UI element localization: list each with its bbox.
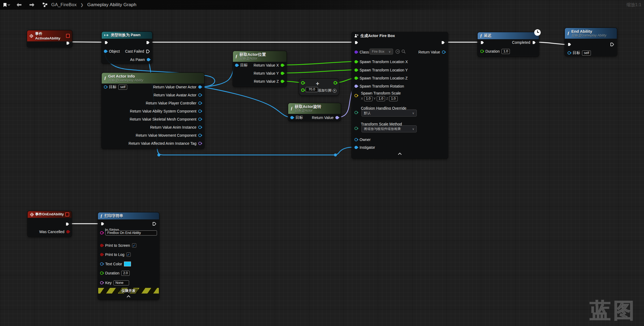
duration-field[interactable]: 1.0	[502, 49, 510, 54]
graph-icon	[42, 2, 47, 7]
output-avatar-actor[interactable]: Return Value Avatar Actor	[153, 93, 202, 97]
target-value-field[interactable]: self	[582, 50, 591, 56]
duration-input[interactable]: Duration 2.0	[100, 271, 130, 276]
node-add-float[interactable]: + 70.0 添加引脚 +	[299, 78, 339, 96]
return-value-output[interactable]: Return Value	[418, 50, 445, 55]
output-anim-instance[interactable]: Return Value Anim Instance	[150, 125, 202, 130]
breadcrumb-graph[interactable]: Gameplay Ability Graph	[87, 2, 136, 8]
text-color-input[interactable]: Text Color	[100, 262, 131, 266]
node-event-on-end-ability[interactable]: 事件OnEndAbility Was Cancelled	[27, 211, 72, 237]
add-operator: +	[316, 81, 319, 87]
output-player-controller[interactable]: Return Value Player Controller	[146, 101, 202, 106]
output-affected-anim-instance-tag[interactable]: Return Value Affected Anim Instance Tag	[129, 141, 202, 146]
exec-in-pin[interactable]	[480, 40, 484, 45]
function-icon: ƒ	[235, 54, 237, 59]
add-input-1[interactable]	[301, 81, 305, 85]
exec-in-pin[interactable]	[104, 40, 108, 45]
scale-z-field[interactable]: 1.0	[389, 96, 397, 101]
add-input-2[interactable]	[301, 88, 305, 92]
scale-method-input[interactable]	[354, 127, 358, 130]
scale-x-field[interactable]: 1.0	[364, 96, 372, 101]
collision-input[interactable]	[354, 111, 358, 114]
node-get-actor-rotation[interactable]: ƒ 获取Actor旋转 目标是Actor 目标 Return Value	[288, 103, 341, 121]
use-selected-icon[interactable]	[395, 49, 400, 55]
target-value-field[interactable]: self	[118, 85, 127, 90]
class-dropdown[interactable]: Fire Box ∨	[369, 49, 393, 55]
add-pin-button[interactable]: 添加引脚 +	[318, 88, 336, 93]
event-icon	[30, 34, 33, 38]
browse-icon[interactable]	[401, 49, 406, 55]
target-input[interactable]: 目标 self	[568, 50, 591, 55]
scale-method-dropdown[interactable]: 将缩放与根组件缩放相乘 ∨	[361, 125, 417, 132]
object-input[interactable]: Object	[104, 49, 120, 54]
node-print-string[interactable]: ƒ 打印字符串 In String FireBox On End Ability…	[98, 212, 159, 300]
spawn-rotation-input[interactable]: Spawn Transform Rotation	[354, 84, 404, 89]
node-get-actor-location[interactable]: ƒ 获取Actor位置 目标是Actor 目标 Return Value X R…	[233, 51, 287, 87]
delegate-pin[interactable]	[65, 212, 69, 216]
exec-out-pin[interactable]	[65, 222, 69, 226]
was-cancelled-output[interactable]: Was Cancelled	[39, 229, 69, 234]
cast-failed-output[interactable]: Cast Failed	[125, 49, 150, 54]
exec-in-pin[interactable]	[354, 40, 358, 45]
node-get-actor-info[interactable]: ƒ Get Actor Info 目标是Gameplay Ability 目标 …	[101, 73, 204, 149]
duration-input[interactable]: Duration 1.0	[480, 49, 510, 54]
output-return-value[interactable]: Return Value	[312, 115, 339, 120]
forward-arrow-icon[interactable]	[29, 3, 35, 7]
collision-dropdown[interactable]: 默认 ∨	[361, 110, 417, 117]
print-to-log-input[interactable]: Print to Log ✓	[100, 252, 131, 257]
output-ability-system-component[interactable]: Return Value Ability System Component	[130, 109, 202, 114]
spawn-location-z-input[interactable]: Spawn Transform Location Z	[354, 76, 408, 81]
add-output[interactable]	[334, 81, 337, 85]
output-return-z[interactable]: Return Value Z	[254, 79, 284, 84]
print-to-log-checkbox[interactable]: ✓	[126, 252, 131, 257]
instigator-input[interactable]: Instigator	[354, 145, 375, 150]
node-delay[interactable]: ƒ 延迟 Completed Duration 1.0	[477, 32, 539, 57]
duration-field[interactable]: 2.0	[121, 271, 130, 276]
target-input[interactable]: 目标	[290, 115, 303, 120]
spawn-location-y-input[interactable]: Spawn Transform Location Y	[354, 68, 408, 73]
node-cast-to-pawn[interactable]: 类型转换为 Pawn Object Cast Failed As Pawn	[101, 31, 152, 64]
delegate-pin[interactable]	[66, 34, 70, 38]
add-value-field[interactable]: 70.0	[306, 87, 318, 92]
output-owner-actor[interactable]: Return Value Owner Actor	[153, 85, 202, 89]
print-to-screen-input[interactable]: Print to Screen ✓	[100, 243, 136, 248]
spawn-scale-input[interactable]	[354, 94, 358, 97]
breadcrumb-asset[interactable]: GA_FireBox	[51, 2, 77, 8]
as-pawn-output[interactable]: As Pawn	[130, 57, 150, 62]
text-color-swatch[interactable]	[124, 262, 131, 266]
print-to-screen-checkbox[interactable]: ✓	[132, 243, 136, 248]
target-input[interactable]: 目标 self	[104, 85, 127, 89]
exec-out-pin[interactable]	[441, 40, 445, 45]
output-return-y[interactable]: Return Value Y	[254, 71, 284, 76]
key-input[interactable]: Key None	[100, 280, 129, 285]
exec-out-pin[interactable]	[66, 41, 70, 45]
exec-out-pin[interactable]	[146, 40, 150, 45]
back-arrow-icon[interactable]	[16, 3, 22, 7]
exec-out-pin[interactable]	[610, 42, 614, 47]
node-end-ability[interactable]: ƒ End Ability 目标是Gameplay Ability 目标 sel…	[565, 28, 617, 56]
exec-out-pin[interactable]	[152, 221, 156, 226]
output-return-x[interactable]: Return Value X	[254, 63, 284, 68]
spawn-location-x-input[interactable]: Spawn Transform Location X	[354, 59, 408, 64]
key-field[interactable]: None	[114, 280, 129, 285]
owner-input[interactable]: Owner	[354, 137, 371, 142]
exec-in-pin[interactable]	[101, 221, 105, 226]
node-spawn-actor-fire-box[interactable]: 生成Actor Fire Box Class Fire Box ∨ Return…	[352, 32, 448, 159]
spawn-scale-fields[interactable]: X 1.0 Y 1.0 Z 1.0	[361, 96, 398, 101]
reroute-node-left[interactable]	[158, 154, 160, 157]
in-string-field[interactable]: FireBox On End Ability	[105, 230, 157, 236]
node-event-activate-ability[interactable]: 事件ActivateAbility	[27, 30, 72, 47]
output-skeletal-mesh-component[interactable]: Return Value Skeletal Mesh Component	[130, 117, 202, 122]
collapse-chevron-icon[interactable]	[352, 152, 448, 156]
reroute-node-right[interactable]	[334, 154, 337, 157]
bookmark-icon[interactable]	[3, 3, 10, 7]
class-input[interactable]: Class	[354, 50, 369, 55]
output-movement-component[interactable]: Return Value Movement Component	[136, 133, 202, 138]
blueprint-graph-canvas[interactable]: GA_FireBox ❯ Gameplay Ability Graph 缩放1:…	[0, 0, 644, 326]
in-string-input[interactable]	[100, 231, 103, 234]
completed-exec-out[interactable]: Completed	[512, 40, 536, 45]
exec-in-pin[interactable]	[568, 42, 572, 47]
target-input[interactable]: 目标	[235, 63, 248, 68]
collapse-chevron-icon[interactable]	[98, 294, 159, 298]
scale-y-field[interactable]: 1.0	[377, 96, 385, 101]
